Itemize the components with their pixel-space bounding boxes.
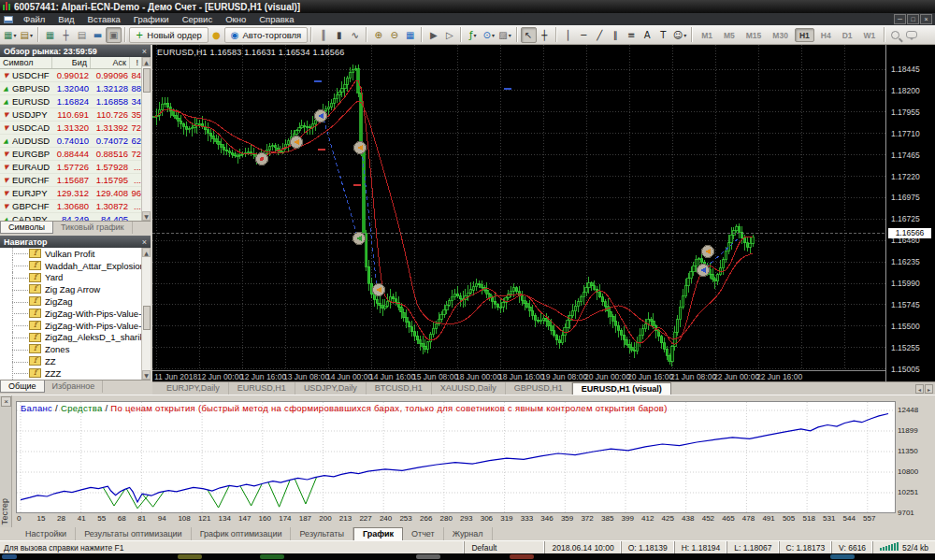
menu-item[interactable]: Сервис xyxy=(176,14,220,24)
windows-taskbar[interactable] xyxy=(0,553,935,560)
status-profile[interactable]: Default xyxy=(464,541,544,554)
tester-tab[interactable]: Результаты оптимизации xyxy=(76,527,191,541)
indicators-button[interactable]: ƒ▾ xyxy=(465,27,481,43)
navigator-tab-active[interactable]: Общие xyxy=(0,381,45,393)
timeframe-m1-button[interactable]: M1 xyxy=(697,28,717,42)
taskbar-item[interactable] xyxy=(260,554,284,559)
tester-graph[interactable]: Баланс / Средства / По ценам открытия (б… xyxy=(16,401,896,513)
close-icon[interactable]: × xyxy=(920,14,932,24)
close-icon[interactable]: × xyxy=(142,47,147,56)
table-row[interactable]: ▼EURGBP0.884440.8851672 xyxy=(0,148,141,161)
close-icon[interactable]: × xyxy=(142,237,147,247)
column-header[interactable]: ! xyxy=(130,57,141,68)
navigator-scrollbar[interactable]: ▲▼ xyxy=(141,248,151,380)
navigator-tab[interactable]: Избранное xyxy=(45,381,104,393)
table-row[interactable]: ▼USDCAD1.313201.3139272 xyxy=(0,122,141,135)
chart-tab[interactable]: XAUUSD,Daily xyxy=(432,382,506,395)
market-watch-tab[interactable]: Тиковый график xyxy=(53,222,133,234)
price-chart[interactable]: EURUSD,H1 1.16583 1.16631 1.16534 1.1656… xyxy=(152,45,885,371)
trendline-button[interactable]: ╱ xyxy=(592,27,608,43)
timeframe-m15-button[interactable]: M15 xyxy=(741,28,767,42)
menu-item[interactable]: Файл xyxy=(17,14,51,24)
taskbar-item[interactable] xyxy=(510,554,534,559)
chart-tab-active[interactable]: EURUSD,H1 (visual) xyxy=(572,382,671,395)
list-item[interactable]: fZigZag-With-Pips-Value-i xyxy=(0,308,141,320)
list-item[interactable]: fZig Zag Arrow xyxy=(0,283,141,295)
navigator-header[interactable]: Навигатор × xyxy=(0,236,151,248)
timeframe-m5-button[interactable]: M5 xyxy=(719,28,740,42)
tile-windows-button[interactable]: ▦ xyxy=(402,27,418,43)
tester-tab[interactable]: Журнал xyxy=(444,527,493,541)
taskbar-item[interactable] xyxy=(416,554,440,559)
list-item[interactable]: fZigZag-With-Pips-Value-i xyxy=(0,320,141,332)
navigator-toggle[interactable]: ▤ xyxy=(74,27,90,43)
chart-tab[interactable]: GBPUSD,H1 xyxy=(506,382,572,395)
list-item[interactable]: fZZZ xyxy=(0,367,141,380)
timeframe-h4-button[interactable]: H4 xyxy=(816,28,836,42)
market-watch-toggle[interactable]: ▦ xyxy=(42,27,58,43)
market-watch-column-headers[interactable]: СимволБидАск! xyxy=(0,57,141,69)
candle-chart-button[interactable]: ▮ xyxy=(331,27,347,43)
arrows-button[interactable]: ☺▾ xyxy=(671,27,688,43)
close-icon[interactable]: × xyxy=(1,396,11,407)
chart-tab[interactable]: BTCUSD,H1 xyxy=(367,382,432,395)
scroll-thumb[interactable] xyxy=(143,306,151,330)
scroll-left-icon[interactable]: ◂ xyxy=(915,384,924,394)
timeframe-m30-button[interactable]: M30 xyxy=(768,28,793,42)
tester-side-strip[interactable]: × Тестер xyxy=(0,395,12,527)
time-axis[interactable]: 11 Jun 201812 Jun 00:0012 Jun 16:0013 Ju… xyxy=(152,370,885,381)
cursor-button[interactable]: ↖ xyxy=(521,27,537,43)
timeframe-d1-button[interactable]: D1 xyxy=(838,28,857,42)
table-row[interactable]: ▼EURJPY129.312129.40896 xyxy=(0,187,141,200)
zoom-out-button[interactable]: ⊖ xyxy=(386,27,402,43)
zoom-in-button[interactable]: ⊕ xyxy=(370,27,386,43)
table-row[interactable]: ▼GBPCHF1.306801.30872... xyxy=(0,200,141,213)
chart-tab[interactable]: USDJPY,Daily xyxy=(295,382,367,395)
search-icon[interactable] xyxy=(891,31,899,39)
crosshair-button[interactable]: ┼ xyxy=(537,27,553,43)
table-row[interactable]: ▼EURCHF1.156871.15795... xyxy=(0,174,141,187)
label-button[interactable]: T xyxy=(655,27,671,43)
column-header[interactable]: Символ xyxy=(0,57,52,68)
price-axis[interactable]: 1.16566 1.184451.182001.179551.177101.17… xyxy=(885,45,935,381)
table-row[interactable]: ▲AUDUSD0.740100.7407262 xyxy=(0,135,141,148)
menu-item[interactable]: Графики xyxy=(127,14,176,24)
column-header[interactable]: Аск xyxy=(91,57,130,68)
market-watch-scrollbar[interactable]: ▲▼ xyxy=(141,57,151,221)
tester-tab[interactable]: Отчет xyxy=(403,527,444,541)
chat-icon[interactable] xyxy=(906,31,917,38)
tester-tab-active[interactable]: График xyxy=(353,527,403,541)
list-item[interactable]: fZZ xyxy=(0,355,141,367)
price-chart-canvas[interactable] xyxy=(152,45,885,375)
column-header[interactable]: Бид xyxy=(52,57,91,68)
scroll-down-icon[interactable]: ▼ xyxy=(142,370,151,380)
vline-button[interactable]: │ xyxy=(560,27,576,43)
table-row[interactable]: ▼USDJPY110.691110.72635 xyxy=(0,108,141,122)
table-row[interactable]: ▼EURAUD1.577261.57928... xyxy=(0,161,141,174)
auto-scroll-button[interactable]: ▶ xyxy=(425,27,441,43)
market-watch-header[interactable]: Обзор рынка: 23:59:59 × xyxy=(0,45,151,57)
title-bar[interactable]: 60057441: Alpari-ECN-Demo - Демо Счет - … xyxy=(0,0,935,13)
templates-button[interactable]: ▨▾ xyxy=(496,27,512,43)
menu-item[interactable]: Вставка xyxy=(81,14,127,24)
profiles-button[interactable]: ▤▾ xyxy=(18,27,34,43)
text-button[interactable]: A xyxy=(640,27,655,43)
fibo-button[interactable]: ≡ xyxy=(624,27,640,43)
list-item[interactable]: fZones xyxy=(0,343,141,355)
taskbar-item[interactable] xyxy=(2,554,17,559)
table-row[interactable]: ▲CADJPY84.24984.405 xyxy=(0,213,141,221)
tester-tab[interactable]: График оптимизации xyxy=(192,527,292,541)
timeframe-w1-button[interactable]: W1 xyxy=(859,28,881,42)
chart-shift-button[interactable]: ▷ xyxy=(441,27,457,43)
chart-tab[interactable]: EURUSD,H1 xyxy=(229,382,295,395)
autotrade-button[interactable]: ◉Авто-торговля xyxy=(224,27,308,43)
tester-tab[interactable]: Настройки xyxy=(17,527,76,541)
table-row[interactable]: ▲EURUSD1.168241.1685834 xyxy=(0,95,141,108)
scroll-up-icon[interactable]: ▲ xyxy=(142,57,151,66)
list-item[interactable]: fZigZag_AleksD_1_sharik_1 xyxy=(0,332,141,344)
tester-tab[interactable]: Результаты xyxy=(291,527,352,541)
new-chart-button[interactable]: ▦▾ xyxy=(2,27,18,43)
list-item[interactable]: fYard xyxy=(0,272,141,284)
table-row[interactable]: ▲GBPUSD1.320401.3212888 xyxy=(0,82,141,95)
chart-tab[interactable]: EURJPY,Daily xyxy=(158,382,229,395)
